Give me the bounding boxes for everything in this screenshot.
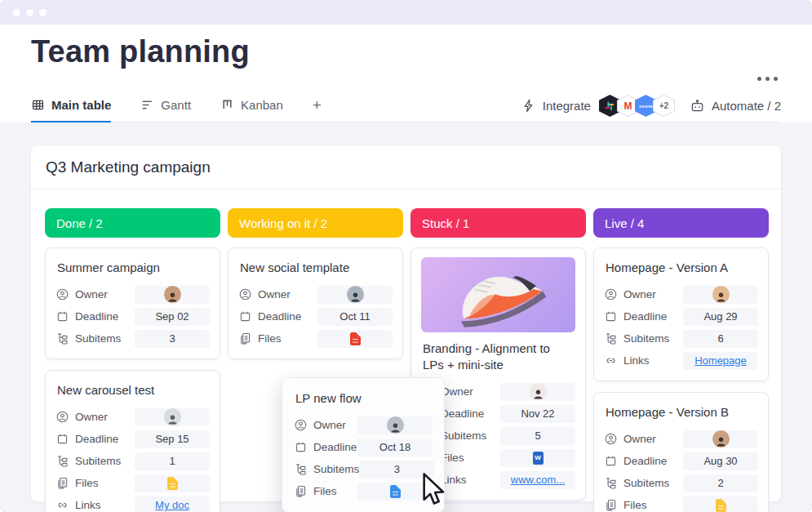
field-label: Subitems (313, 463, 359, 475)
card-title: Homepage - Version A (606, 260, 757, 276)
owner-cell[interactable] (317, 286, 393, 304)
kanban-card-homepage-version-b[interactable]: Homepage - Version B Owner Deadline (593, 392, 769, 512)
red-file-icon[interactable] (350, 332, 361, 345)
subitems-cell[interactable]: 1 (135, 452, 210, 470)
word-doc-icon[interactable]: W (533, 452, 544, 465)
person-icon (604, 287, 618, 301)
add-view-button[interactable]: + (313, 90, 322, 122)
files-icon (294, 484, 308, 498)
owner-avatar[interactable] (164, 286, 181, 303)
kanban-card-summer-campaign[interactable]: Summer campaign Owner Deadline (45, 247, 220, 359)
field-row-deadline: Deadline Sep 02 (55, 305, 210, 327)
links-cell: Homepage (683, 352, 758, 370)
field-row-files: Files (55, 472, 210, 494)
homepage-link[interactable]: Homepage (694, 354, 747, 367)
owner-cell[interactable] (683, 430, 758, 448)
column-header-done[interactable]: Done / 2 (45, 208, 220, 238)
owner-avatar[interactable] (164, 408, 181, 425)
deadline-cell[interactable]: Sep 02 (135, 308, 210, 326)
view-tabs: Main table Gantt Kanban + Integrate (31, 90, 781, 122)
card-title: New social template (240, 260, 391, 276)
deadline-cell[interactable]: Aug 29 (683, 308, 758, 326)
field-row-files: Files (294, 480, 433, 502)
owner-cell[interactable] (500, 383, 575, 401)
tab-label: Gantt (161, 98, 191, 112)
subitems-icon (55, 332, 69, 345)
subitems-cell[interactable]: 3 (135, 330, 210, 348)
yellow-file-icon[interactable] (716, 499, 726, 512)
field-label: Subitems (441, 430, 500, 442)
deadline-cell[interactable]: Oct 11 (317, 308, 393, 326)
integration-badges[interactable]: M zoom +2 (599, 95, 675, 117)
field-label: Subitems (75, 455, 135, 467)
subitems-icon (604, 476, 618, 490)
link-icon (604, 354, 618, 367)
owner-avatar[interactable] (347, 286, 364, 303)
files-cell[interactable] (135, 474, 210, 492)
deadline-cell[interactable]: Sep 15 (135, 430, 210, 448)
more-integrations-badge[interactable]: +2 (653, 95, 675, 117)
owner-cell[interactable] (357, 416, 433, 434)
tab-gantt[interactable]: Gantt (140, 90, 191, 122)
files-cell[interactable]: W (500, 449, 575, 467)
automate-button[interactable]: Automate / 2 (690, 98, 781, 114)
calendar-icon (294, 440, 308, 454)
field-row-links: Links My doc (55, 494, 210, 512)
www-link[interactable]: www.com... (511, 474, 565, 486)
owner-avatar[interactable] (712, 430, 730, 447)
field-label: Deadline (441, 407, 500, 420)
deadline-cell[interactable]: Nov 22 (500, 405, 575, 423)
subitems-cell[interactable]: 6 (683, 330, 758, 348)
subitems-cell[interactable]: 2 (683, 474, 758, 492)
owner-cell[interactable] (135, 286, 210, 304)
owner-avatar[interactable] (387, 416, 404, 434)
column-header-working[interactable]: Working on it / 2 (228, 208, 403, 238)
field-label: Owner (258, 288, 317, 301)
column-label: Working on it / 2 (239, 216, 327, 230)
field-row-owner: Owner (294, 414, 433, 436)
files-cell[interactable] (683, 496, 758, 512)
card-title: LP new flow (295, 390, 431, 407)
field-label: Subitems (623, 332, 683, 345)
gantt-icon (140, 98, 154, 112)
tab-main-table[interactable]: Main table (31, 90, 111, 122)
my-doc-link[interactable]: My doc (155, 499, 189, 511)
files-cell[interactable] (317, 330, 393, 348)
owner-cell[interactable] (135, 408, 210, 426)
window-control-dot[interactable] (13, 9, 20, 16)
kanban-card-homepage-version-a[interactable]: Homepage - Version A Owner Deadline (593, 247, 769, 381)
owner-avatar[interactable] (530, 383, 547, 400)
owner-cell[interactable] (683, 286, 758, 304)
field-row-owner: Owner (55, 283, 210, 305)
window-control-dot[interactable] (39, 9, 47, 16)
deadline-cell[interactable]: Oct 18 (357, 439, 433, 456)
person-icon (238, 287, 252, 301)
files-icon (238, 332, 252, 345)
field-row-files: Files (238, 327, 393, 349)
field-row-subitems: Subitems 3 (294, 458, 433, 480)
mouse-cursor (417, 472, 446, 510)
owner-avatar[interactable] (712, 286, 730, 303)
subitems-icon (294, 462, 308, 476)
link-icon (55, 498, 69, 512)
content-area: Q3 Marketing campaign Done / 2 Summer ca… (0, 122, 812, 512)
calendar-icon (604, 309, 618, 323)
column-header-live[interactable]: Live / 4 (593, 208, 769, 238)
blue-file-icon[interactable] (390, 485, 401, 498)
column-header-stuck[interactable]: Stuck / 1 (410, 208, 586, 238)
window-control-dot[interactable] (26, 9, 33, 16)
sneaker-illustration (437, 261, 560, 328)
tab-kanban[interactable]: Kanban (220, 90, 283, 122)
kanban-card-new-social-template[interactable]: New social template Owner Deadline (228, 247, 403, 359)
yellow-file-icon[interactable] (167, 477, 178, 490)
app-window: Team planning Main table Gantt Kanban + … (0, 0, 812, 512)
subitems-cell[interactable]: 5 (500, 427, 575, 445)
person-icon (55, 287, 69, 301)
field-label: Owner (441, 385, 500, 398)
board-options-button[interactable] (757, 77, 778, 81)
deadline-cell[interactable]: Aug 30 (683, 452, 758, 470)
integrate-button[interactable]: Integrate (521, 98, 591, 114)
kanban-card-new-carousel-test[interactable]: New carousel test Owner Deadline (45, 370, 220, 512)
kanban-column-done: Done / 2 Summer campaign Owner (45, 208, 220, 495)
field-label: Files (75, 477, 135, 489)
